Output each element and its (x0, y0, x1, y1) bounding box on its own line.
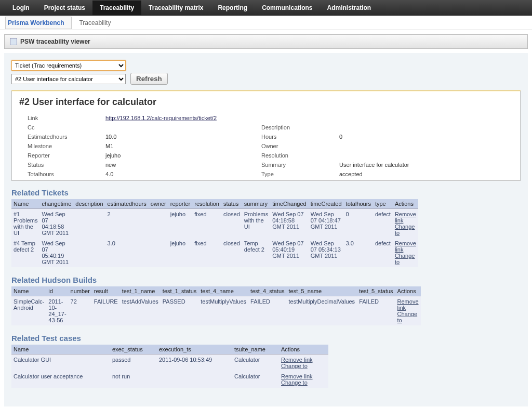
cell-name: Calculator user acceptance (11, 371, 110, 388)
cell-t5s: FAILED (357, 296, 395, 326)
estimatedhours-value: 10.0 (105, 134, 241, 140)
owner-value (339, 143, 513, 149)
th-execution-ts: execution_ts (157, 345, 232, 355)
item-select[interactable]: #2 User interface for calculator (11, 74, 126, 84)
cell-timecreated: Wed Sep 07 05:34:13 GMT 2011 (309, 238, 344, 267)
th-timecreated: timeCreated (309, 199, 344, 209)
table-row: #4 Temp defect 2 Wed Sep 07 05:40:19 GMT… (11, 238, 418, 267)
th-result: result (92, 286, 120, 296)
cell-t1n: testAddValues (120, 296, 161, 326)
th-estimatedhours: estimatedhours (105, 199, 149, 209)
th-test1-name: test_1_name (120, 286, 161, 296)
cell-exec-status: not run (110, 371, 157, 388)
cell-estimatedhours: 2 (105, 209, 149, 239)
related-builds-table: Name id number result test_1_name test_1… (11, 286, 421, 325)
breadcrumb-root[interactable]: Prisma Workbench (5, 17, 72, 29)
description-value (339, 124, 513, 130)
cell-resolution: fixed (192, 238, 221, 267)
link-value[interactable]: http://192.168.1.2/calc-requirements/tic… (105, 115, 513, 121)
cell-actions: Remove link Change to (279, 355, 328, 372)
remove-link[interactable]: Remove link (395, 211, 416, 224)
related-builds-heading: Related Hudson Builds (11, 275, 521, 284)
refresh-button[interactable]: Refresh (130, 73, 168, 85)
cell-summary: Problems with the UI (242, 209, 270, 239)
summary-value: User interface for calculator (339, 162, 513, 168)
th-test4-status: test_4_status (248, 286, 286, 296)
milestone-label: Milestone (28, 143, 85, 149)
cell-description (73, 238, 105, 267)
cell-actions: Remove link Change to (393, 238, 418, 267)
cell-summary: Temp defect 2 (242, 238, 270, 267)
change-to-link[interactable]: Change to (281, 379, 326, 386)
related-tests-table: Name exec_status execution_ts tsuite_nam… (11, 345, 328, 388)
link-label: Link (28, 115, 85, 121)
cell-name: #4 Temp defect 2 (11, 238, 39, 267)
th-type: type (373, 199, 393, 209)
cell-timechanged: Wed Sep 07 05:40:19 GMT 2011 (270, 238, 308, 267)
cell-t5n: testMultiplyDecimalValues (287, 296, 357, 326)
cell-execution-ts: 2011-09-06 10:53:49 (157, 355, 232, 372)
related-tests-heading: Related Test cases (11, 334, 521, 343)
nav-administration[interactable]: Administration (320, 1, 378, 15)
breadcrumb: Prisma Workbench Traceability (0, 16, 532, 30)
related-tickets-heading: Related Tickets (11, 188, 521, 197)
remove-link[interactable]: Remove link (395, 240, 416, 253)
nav-reporting[interactable]: Reporting (210, 1, 255, 15)
cell-tsuite: Calculator (232, 371, 279, 388)
change-to-link[interactable]: Change to (395, 253, 416, 265)
cell-name: #1 Problems with the UI (11, 209, 39, 239)
cell-actions: Remove link Change to (393, 209, 418, 239)
panel-header: PSW traceability viewer (4, 34, 528, 49)
th-test1-status: test_1_status (161, 286, 198, 296)
cell-status: closed (221, 209, 242, 239)
table-row: Calculator GUI passed 2011-09-06 10:53:4… (11, 355, 328, 372)
th-actions: Actions (279, 345, 328, 355)
totalhours-value: 4.0 (105, 171, 241, 177)
remove-link[interactable]: Remove link (281, 357, 326, 363)
status-label: Status (28, 162, 85, 168)
cell-timecreated: Wed Sep 07 04:18:47 GMT 2011 (309, 209, 344, 239)
controls-row: Ticket (Trac requirements) #2 User inter… (11, 53, 521, 90)
change-to-link[interactable]: Change to (397, 311, 419, 323)
resolution-value (339, 152, 513, 159)
remove-link[interactable]: Remove link (397, 298, 419, 311)
cell-t4n: testMultiplyValues (198, 296, 248, 326)
th-exec-status: exec_status (110, 345, 157, 355)
nav-traceability-matrix[interactable]: Traceability matrix (141, 1, 210, 15)
nav-login[interactable]: Login (5, 1, 37, 15)
panel-icon (10, 38, 17, 45)
th-name: Name (11, 286, 46, 296)
summary-label: Summary (261, 162, 318, 168)
change-to-link[interactable]: Change to (395, 224, 416, 236)
cell-estimatedhours: 3.0 (105, 238, 149, 267)
milestone-value: M1 (105, 143, 241, 149)
cell-changetime: Wed Sep 07 05:40:19 GMT 2011 (39, 238, 73, 267)
th-number: number (69, 286, 92, 296)
change-to-link[interactable]: Change to (281, 363, 326, 369)
cell-type: defect (373, 209, 393, 239)
th-tsuite-name: tsuite_name (232, 345, 279, 355)
status-value: new (105, 162, 241, 168)
cell-description (73, 209, 105, 239)
th-test5-name: test_5_name (287, 286, 357, 296)
type-select[interactable]: Ticket (Trac requirements) (11, 60, 126, 71)
top-nav: Login Project status Traceability Tracea… (0, 0, 532, 16)
cell-timechanged: Wed Sep 07 04:18:58 GMT 2011 (270, 209, 308, 239)
th-test4-name: test_4_name (198, 286, 248, 296)
cell-actions: Remove link Change to (395, 296, 421, 326)
totalhours-label: Totalhours (28, 171, 85, 177)
cell-exec-status: passed (110, 355, 157, 372)
remove-link[interactable]: Remove link (281, 373, 326, 379)
ticket-title: #2 User interface for calculator (19, 97, 513, 108)
cell-totalhours: 0 (344, 209, 373, 239)
cell-reporter: jejuho (168, 238, 193, 267)
cell-actions: Remove link Change to (279, 371, 328, 388)
th-reporter: reporter (168, 199, 193, 209)
related-tickets-header-row: Name changetime description estimatedhou… (11, 199, 418, 209)
nav-communications[interactable]: Communications (255, 1, 320, 15)
nav-project-status[interactable]: Project status (37, 1, 92, 15)
th-owner: owner (149, 199, 168, 209)
nav-traceability[interactable]: Traceability (92, 1, 141, 15)
cell-reporter: jejuho (168, 209, 193, 239)
type-label: Type (261, 171, 318, 177)
